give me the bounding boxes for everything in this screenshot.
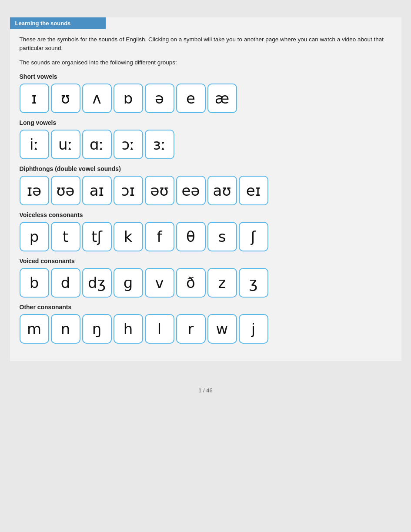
page-footer: 1 / 46 bbox=[198, 387, 213, 394]
intro-paragraph-1: These are the symbols for the sounds of … bbox=[20, 35, 392, 53]
symbols-row-voiced-consonants: bddʒɡvðzʒ bbox=[20, 268, 392, 298]
symbol-cell-diphthongs-5[interactable]: eə bbox=[176, 176, 206, 205]
symbol-cell-diphthongs-3[interactable]: ɔɪ bbox=[114, 176, 143, 205]
symbols-row-other-consonants: mnŋhlrwj bbox=[20, 314, 392, 344]
symbol-cell-voiced-consonants-4[interactable]: v bbox=[145, 268, 174, 298]
symbols-row-short-vowels: ɪʊʌɒəeæ bbox=[20, 84, 392, 113]
symbol-cell-long-vowels-0[interactable]: iː bbox=[20, 130, 49, 159]
section-title-other-consonants: Other consonants bbox=[20, 304, 392, 311]
symbol-cell-diphthongs-6[interactable]: aʊ bbox=[207, 176, 237, 205]
symbol-cell-voiced-consonants-6[interactable]: z bbox=[207, 268, 237, 298]
symbol-cell-voiced-consonants-7[interactable]: ʒ bbox=[239, 268, 268, 298]
symbol-cell-voiceless-consonants-1[interactable]: t bbox=[51, 222, 80, 251]
symbol-cell-short-vowels-1[interactable]: ʊ bbox=[51, 84, 80, 113]
section-title-voiced-consonants: Voiced consonants bbox=[20, 258, 392, 264]
symbol-cell-voiceless-consonants-3[interactable]: k bbox=[114, 222, 143, 251]
symbol-cell-short-vowels-6[interactable]: æ bbox=[207, 84, 237, 113]
section-title-long-vowels: Long vowels bbox=[20, 119, 392, 126]
section-title-short-vowels: Short vowels bbox=[20, 73, 392, 80]
symbol-cell-long-vowels-1[interactable]: uː bbox=[51, 130, 80, 159]
symbol-cell-other-consonants-1[interactable]: n bbox=[51, 314, 80, 344]
symbol-cell-voiced-consonants-1[interactable]: d bbox=[51, 268, 80, 298]
symbols-row-voiceless-consonants: pttʃkfθsʃ bbox=[20, 222, 392, 251]
symbol-cell-diphthongs-7[interactable]: eɪ bbox=[239, 176, 268, 205]
symbol-cell-short-vowels-0[interactable]: ɪ bbox=[20, 84, 49, 113]
page-container: Learning the sounds These are the symbol… bbox=[10, 17, 401, 361]
symbol-cell-voiced-consonants-5[interactable]: ð bbox=[176, 268, 206, 298]
content-area: These are the symbols for the sounds of … bbox=[10, 35, 401, 344]
symbol-cell-long-vowels-2[interactable]: ɑː bbox=[82, 130, 112, 159]
sections-container: Short vowelsɪʊʌɒəeæLong vowelsiːuːɑːɔːɜː… bbox=[20, 73, 392, 344]
symbol-cell-other-consonants-4[interactable]: l bbox=[145, 314, 174, 344]
symbol-cell-diphthongs-0[interactable]: ɪə bbox=[20, 176, 49, 205]
symbol-cell-short-vowels-2[interactable]: ʌ bbox=[82, 84, 112, 113]
symbol-cell-voiceless-consonants-4[interactable]: f bbox=[145, 222, 174, 251]
section-title-voiceless-consonants: Voiceless consonants bbox=[20, 211, 392, 218]
symbol-cell-voiced-consonants-3[interactable]: ɡ bbox=[114, 268, 143, 298]
symbol-cell-short-vowels-3[interactable]: ɒ bbox=[114, 84, 143, 113]
symbols-row-diphthongs: ɪəʊəaɪɔɪəʊeəaʊeɪ bbox=[20, 176, 392, 205]
symbol-cell-voiceless-consonants-2[interactable]: tʃ bbox=[82, 222, 112, 251]
symbol-cell-voiceless-consonants-7[interactable]: ʃ bbox=[239, 222, 268, 251]
symbol-cell-other-consonants-5[interactable]: r bbox=[176, 314, 206, 344]
symbol-cell-other-consonants-7[interactable]: j bbox=[239, 314, 268, 344]
symbol-cell-voiceless-consonants-0[interactable]: p bbox=[20, 222, 49, 251]
section-title-diphthongs: Diphthongs (double vowel sounds) bbox=[20, 165, 392, 172]
symbol-cell-other-consonants-3[interactable]: h bbox=[114, 314, 143, 344]
symbol-cell-voiced-consonants-0[interactable]: b bbox=[20, 268, 49, 298]
symbol-cell-short-vowels-4[interactable]: ə bbox=[145, 84, 174, 113]
section-header: Learning the sounds bbox=[10, 17, 106, 29]
symbol-cell-other-consonants-2[interactable]: ŋ bbox=[82, 314, 112, 344]
symbols-row-long-vowels: iːuːɑːɔːɜː bbox=[20, 130, 392, 159]
symbol-cell-voiced-consonants-2[interactable]: dʒ bbox=[82, 268, 112, 298]
symbol-cell-voiceless-consonants-5[interactable]: θ bbox=[176, 222, 206, 251]
header-title: Learning the sounds bbox=[15, 20, 71, 27]
symbol-cell-short-vowels-5[interactable]: e bbox=[176, 84, 206, 113]
symbol-cell-long-vowels-4[interactable]: ɜː bbox=[145, 130, 174, 159]
symbol-cell-diphthongs-4[interactable]: əʊ bbox=[145, 176, 174, 205]
symbol-cell-other-consonants-0[interactable]: m bbox=[20, 314, 49, 344]
symbol-cell-voiceless-consonants-6[interactable]: s bbox=[207, 222, 237, 251]
pagination: 1 / 46 bbox=[198, 387, 213, 394]
intro-paragraph-2: The sounds are organised into the follow… bbox=[20, 58, 392, 67]
symbol-cell-other-consonants-6[interactable]: w bbox=[207, 314, 237, 344]
symbol-cell-diphthongs-2[interactable]: aɪ bbox=[82, 176, 112, 205]
symbol-cell-diphthongs-1[interactable]: ʊə bbox=[51, 176, 80, 205]
symbol-cell-long-vowels-3[interactable]: ɔː bbox=[114, 130, 143, 159]
